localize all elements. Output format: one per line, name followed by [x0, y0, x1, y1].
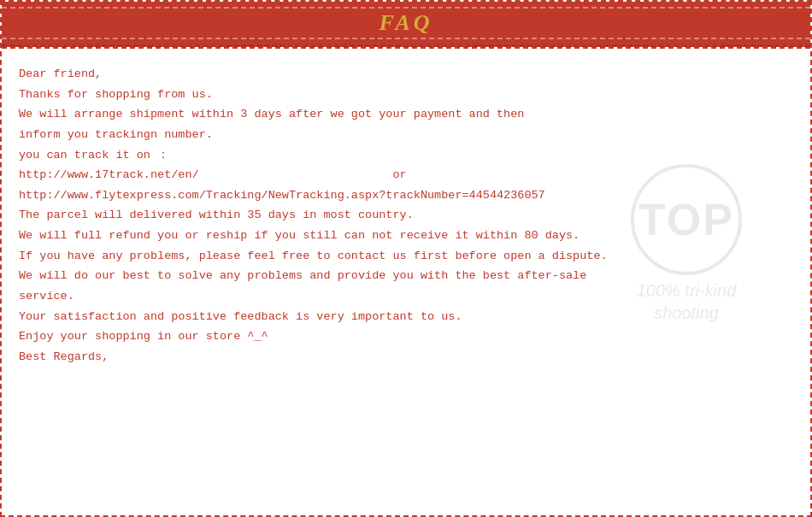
- content-line-4: you can track it on ：: [19, 145, 793, 166]
- content-line-3: inform you trackingn number.: [19, 125, 793, 145]
- faq-title: FAQ: [379, 10, 432, 35]
- content-line-11: service.: [19, 286, 793, 307]
- header-section: FAQ: [2, 2, 810, 47]
- content-line-5: http://www.17track.net/en/ or: [19, 165, 793, 185]
- content-line-6: http://www.flytexpress.com/Tracking/NewT…: [19, 185, 793, 206]
- content-line-1: Thanks for shopping from us.: [19, 85, 793, 105]
- content-line-2: We will arrange shipment within 3 days a…: [19, 104, 793, 125]
- content-line-12: Your satisfaction and positive feedback …: [19, 307, 793, 327]
- content-line-7: The parcel will delivered within 35 days…: [19, 205, 793, 226]
- content-line-10: We will do our best to solve any problem…: [19, 266, 793, 286]
- page-wrapper: FAQ TOP 100% tri-kind shooting Dear frie…: [0, 0, 812, 517]
- content-area: TOP 100% tri-kind shooting Dear friend,T…: [2, 49, 810, 375]
- content-line-0: Dear friend,: [19, 64, 793, 85]
- content-lines: Dear friend,Thanks for shopping from us.…: [19, 64, 793, 367]
- content-line-8: We will full refund you or reship if you…: [19, 226, 793, 246]
- content-line-13: Enjoy your shopping in our store ^_^: [19, 326, 793, 347]
- header-dashed-bottom: [2, 38, 810, 39]
- content-line-9: If you have any problems, please feel fr…: [19, 246, 793, 267]
- content-line-14: Best Regards,: [19, 347, 793, 367]
- header-dashed-top: [2, 7, 810, 9]
